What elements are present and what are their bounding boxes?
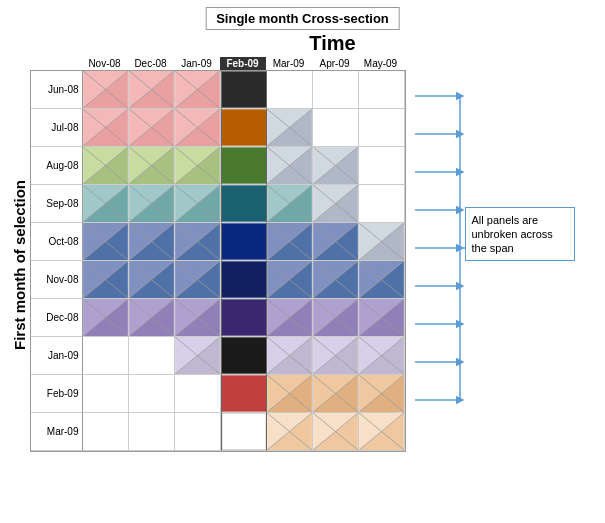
cell-4-0	[83, 223, 129, 261]
row-header-dec08: Dec-08	[31, 299, 83, 337]
cell-2-3	[221, 147, 267, 185]
cell-9-0	[83, 413, 129, 451]
annotations: All panels are unbroken across the span	[410, 57, 540, 452]
cell-4-3	[221, 223, 267, 261]
grid-area: Nov-08 Dec-08 Jan-09 Feb-09 Mar-09 Apr-0…	[30, 57, 406, 452]
row-jul08: Jul-08	[31, 109, 405, 147]
cell-5-6	[359, 261, 405, 299]
cell-7-1	[129, 337, 175, 375]
cell-4-6	[359, 223, 405, 261]
svg-rect-25	[222, 109, 266, 145]
cell-8-0	[83, 375, 129, 413]
cell-1-1	[129, 109, 175, 147]
cell-5-2	[175, 261, 221, 299]
cell-8-2	[175, 375, 221, 413]
cell-7-2	[175, 337, 221, 375]
row-sep08: Sep-08	[31, 185, 405, 223]
cell-6-2	[175, 299, 221, 337]
cell-7-6	[359, 337, 405, 375]
cell-4-5	[313, 223, 359, 261]
cell-3-5	[313, 185, 359, 223]
cell-9-1	[129, 413, 175, 451]
svg-rect-63	[222, 185, 266, 221]
grid: Jun-08	[30, 70, 406, 452]
row-feb09: Feb-09	[31, 375, 405, 413]
cell-3-4	[267, 185, 313, 223]
cell-1-0	[83, 109, 129, 147]
cell-5-1	[129, 261, 175, 299]
row-jan09: Jan-09	[31, 337, 405, 375]
col-header-4: Mar-09	[266, 57, 312, 70]
cell-9-4	[267, 413, 313, 451]
row-header-jul08: Jul-08	[31, 109, 83, 147]
cell-3-2	[175, 185, 221, 223]
row-dec08: Dec-08	[31, 299, 405, 337]
row-header-nov08: Nov-08	[31, 261, 83, 299]
cell-9-3	[221, 413, 267, 451]
row-oct08: Oct-08	[31, 223, 405, 261]
cell-4-4	[267, 223, 313, 261]
cell-1-6	[359, 109, 405, 147]
cell-7-5	[313, 337, 359, 375]
svg-rect-164	[222, 375, 266, 411]
col-header-6: May-09	[358, 57, 404, 70]
cell-9-5	[313, 413, 359, 451]
row-header-mar09: Mar-09	[31, 413, 83, 451]
cell-1-4	[267, 109, 313, 147]
cell-7-0	[83, 337, 129, 375]
row-header-jun08: Jun-08	[31, 71, 83, 109]
cell-6-0	[83, 299, 129, 337]
cell-8-4	[267, 375, 313, 413]
cell-2-0	[83, 147, 129, 185]
row-header-jan09: Jan-09	[31, 337, 83, 375]
cell-0-1	[129, 71, 175, 109]
y-axis-label: First month of selection	[8, 77, 30, 452]
cell-7-4	[267, 337, 313, 375]
cell-7-3	[221, 337, 267, 375]
row-header-feb09: Feb-09	[31, 375, 83, 413]
column-headers: Nov-08 Dec-08 Jan-09 Feb-09 Mar-09 Apr-0…	[82, 57, 406, 70]
svg-rect-84	[222, 223, 266, 259]
col-header-0: Nov-08	[82, 57, 128, 70]
row-header-oct08: Oct-08	[31, 223, 83, 261]
cell-2-6	[359, 147, 405, 185]
callout-box: All panels are unbroken across the span	[465, 207, 575, 262]
cell-6-5	[313, 299, 359, 337]
cell-1-2	[175, 109, 221, 147]
row-aug08: Aug-08	[31, 147, 405, 185]
cell-6-6	[359, 299, 405, 337]
cell-3-3	[221, 185, 267, 223]
cell-3-0	[83, 185, 129, 223]
cell-4-1	[129, 223, 175, 261]
cell-0-3	[221, 71, 267, 109]
cell-1-5	[313, 109, 359, 147]
arrows-svg	[410, 77, 540, 467]
chart-container: Single month Cross-section Time First mo…	[8, 7, 598, 517]
cell-9-6	[359, 413, 405, 451]
cell-9-2	[175, 413, 221, 451]
col-header-5: Apr-09	[312, 57, 358, 70]
row-header-sep08: Sep-08	[31, 185, 83, 223]
svg-rect-12	[222, 71, 266, 107]
svg-rect-134	[222, 299, 266, 335]
row-jun08: Jun-08	[31, 71, 405, 109]
cell-5-0	[83, 261, 129, 299]
row-mar09: Mar-09	[31, 413, 405, 451]
svg-rect-109	[222, 261, 266, 297]
cell-2-2	[175, 147, 221, 185]
cell-6-1	[129, 299, 175, 337]
cell-8-6	[359, 375, 405, 413]
cell-2-1	[129, 147, 175, 185]
cell-8-1	[129, 375, 175, 413]
cell-0-0	[83, 71, 129, 109]
cell-0-2	[175, 71, 221, 109]
cell-6-4	[267, 299, 313, 337]
cell-5-4	[267, 261, 313, 299]
cell-6-3	[221, 299, 267, 337]
svg-rect-177	[222, 413, 266, 449]
chart-title: Single month Cross-section	[205, 7, 400, 30]
row-header-aug08: Aug-08	[31, 147, 83, 185]
cell-2-5	[313, 147, 359, 185]
cell-0-6	[359, 71, 405, 109]
cell-0-4	[267, 71, 313, 109]
